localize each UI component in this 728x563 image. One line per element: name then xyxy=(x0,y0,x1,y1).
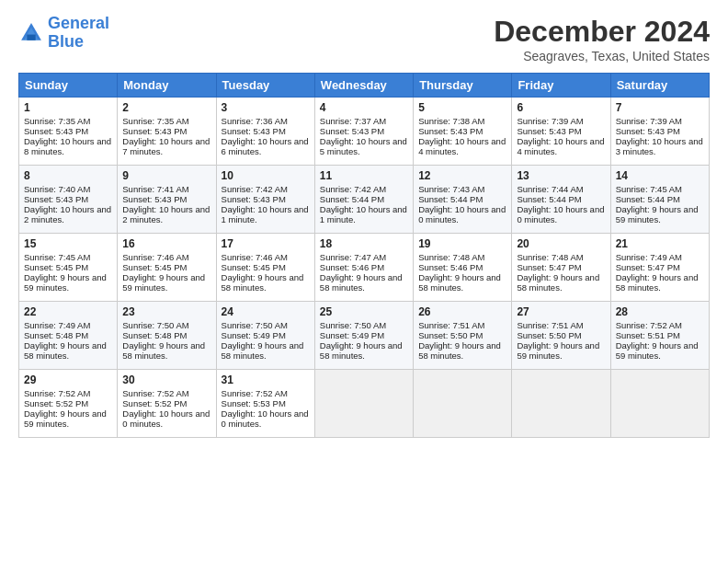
calendar-week-row: 22 Sunrise: 7:49 AM Sunset: 5:48 PM Dayl… xyxy=(19,302,710,370)
daylight-label: Daylight: 9 hours and 59 minutes. xyxy=(616,204,699,224)
day-number: 29 xyxy=(24,373,112,386)
sunrise-text: Sunrise: 7:40 AM xyxy=(24,184,90,194)
sunset-text: Sunset: 5:43 PM xyxy=(24,126,88,136)
sunset-text: Sunset: 5:43 PM xyxy=(517,126,581,136)
logo-line2: Blue xyxy=(48,32,84,51)
sunset-text: Sunset: 5:45 PM xyxy=(122,262,187,272)
table-row: 19 Sunrise: 7:48 AM Sunset: 5:46 PM Dayl… xyxy=(414,234,512,302)
sunrise-text: Sunrise: 7:48 AM xyxy=(418,252,484,262)
daylight-label: Daylight: 10 hours and 5 minutes. xyxy=(320,136,407,156)
day-number: 27 xyxy=(517,305,605,318)
table-row xyxy=(414,370,512,438)
table-row: 2 Sunrise: 7:35 AM Sunset: 5:43 PM Dayli… xyxy=(118,98,216,166)
day-number: 23 xyxy=(122,305,210,318)
sunrise-text: Sunrise: 7:39 AM xyxy=(517,116,583,126)
logo: General Blue xyxy=(18,15,109,52)
daylight-label: Daylight: 9 hours and 59 minutes. xyxy=(24,408,107,429)
day-number: 9 xyxy=(122,169,210,182)
sunrise-text: Sunrise: 7:52 AM xyxy=(24,388,90,398)
table-row: 25 Sunrise: 7:50 AM Sunset: 5:49 PM Dayl… xyxy=(314,302,413,370)
day-number: 16 xyxy=(122,237,210,250)
sunrise-text: Sunrise: 7:43 AM xyxy=(418,184,484,194)
daylight-label: Daylight: 10 hours and 0 minutes. xyxy=(222,408,309,429)
sunset-text: Sunset: 5:46 PM xyxy=(418,262,483,272)
day-number: 18 xyxy=(320,237,408,250)
table-row: 1 Sunrise: 7:35 AM Sunset: 5:43 PM Dayli… xyxy=(19,98,118,166)
calendar-week-row: 8 Sunrise: 7:40 AM Sunset: 5:43 PM Dayli… xyxy=(19,166,710,234)
sunset-text: Sunset: 5:47 PM xyxy=(616,262,680,272)
sunset-text: Sunset: 5:43 PM xyxy=(418,126,483,136)
sunrise-text: Sunrise: 7:50 AM xyxy=(320,320,386,330)
sunrise-text: Sunrise: 7:51 AM xyxy=(517,320,583,330)
daylight-label: Daylight: 10 hours and 0 minutes. xyxy=(418,204,506,224)
table-row xyxy=(314,370,413,438)
header-saturday: Saturday xyxy=(610,74,709,98)
day-number: 15 xyxy=(24,237,112,250)
logo-text: General Blue xyxy=(48,15,109,52)
sunset-text: Sunset: 5:45 PM xyxy=(24,262,88,272)
daylight-label: Daylight: 10 hours and 2 minutes. xyxy=(24,204,111,224)
daylight-label: Daylight: 10 hours and 3 minutes. xyxy=(616,136,703,156)
header-thursday: Thursday xyxy=(414,74,512,98)
table-row: 31 Sunrise: 7:52 AM Sunset: 5:53 PM Dayl… xyxy=(216,370,314,438)
calendar-table: Sunday Monday Tuesday Wednesday Thursday… xyxy=(18,73,710,438)
daylight-label: Daylight: 10 hours and 1 minute. xyxy=(320,204,407,224)
day-number: 11 xyxy=(320,169,408,182)
calendar-week-row: 29 Sunrise: 7:52 AM Sunset: 5:52 PM Dayl… xyxy=(19,370,710,438)
sunrise-text: Sunrise: 7:48 AM xyxy=(517,252,583,262)
daylight-label: Daylight: 10 hours and 4 minutes. xyxy=(418,136,506,156)
day-number: 5 xyxy=(418,101,506,114)
day-number: 21 xyxy=(616,237,704,250)
sunrise-text: Sunrise: 7:38 AM xyxy=(418,116,484,126)
sunrise-text: Sunrise: 7:51 AM xyxy=(418,320,484,330)
table-row: 18 Sunrise: 7:47 AM Sunset: 5:46 PM Dayl… xyxy=(314,234,413,302)
sunset-text: Sunset: 5:46 PM xyxy=(320,262,384,272)
table-row: 8 Sunrise: 7:40 AM Sunset: 5:43 PM Dayli… xyxy=(19,166,118,234)
daylight-label: Daylight: 9 hours and 58 minutes. xyxy=(320,340,403,361)
table-row: 26 Sunrise: 7:51 AM Sunset: 5:50 PM Dayl… xyxy=(414,302,512,370)
daylight-label: Daylight: 9 hours and 58 minutes. xyxy=(320,272,403,293)
day-number: 25 xyxy=(320,305,408,318)
daylight-label: Daylight: 9 hours and 58 minutes. xyxy=(222,272,304,293)
table-row: 10 Sunrise: 7:42 AM Sunset: 5:43 PM Dayl… xyxy=(216,166,314,234)
page: General Blue December 2024 Seagraves, Te… xyxy=(0,0,728,563)
sunrise-text: Sunrise: 7:41 AM xyxy=(122,184,188,194)
day-number: 20 xyxy=(517,237,605,250)
sunrise-text: Sunrise: 7:46 AM xyxy=(122,252,188,262)
table-row: 16 Sunrise: 7:46 AM Sunset: 5:45 PM Dayl… xyxy=(118,234,216,302)
table-row: 11 Sunrise: 7:42 AM Sunset: 5:44 PM Dayl… xyxy=(314,166,413,234)
logo-line1: General xyxy=(48,14,109,32)
sunrise-text: Sunrise: 7:42 AM xyxy=(222,184,288,194)
calendar-week-row: 15 Sunrise: 7:45 AM Sunset: 5:45 PM Dayl… xyxy=(19,234,710,302)
table-row: 21 Sunrise: 7:49 AM Sunset: 5:47 PM Dayl… xyxy=(610,234,709,302)
day-number: 19 xyxy=(418,237,506,250)
daylight-label: Daylight: 10 hours and 8 minutes. xyxy=(24,136,111,156)
svg-rect-2 xyxy=(27,34,35,40)
header-monday: Monday xyxy=(118,74,216,98)
daylight-label: Daylight: 9 hours and 58 minutes. xyxy=(24,340,107,361)
table-row: 14 Sunrise: 7:45 AM Sunset: 5:44 PM Dayl… xyxy=(610,166,709,234)
sunset-text: Sunset: 5:49 PM xyxy=(222,330,286,340)
sunset-text: Sunset: 5:43 PM xyxy=(24,194,88,204)
sunrise-text: Sunrise: 7:37 AM xyxy=(320,116,386,126)
location: Seagraves, Texas, United States xyxy=(494,49,710,63)
day-number: 31 xyxy=(222,373,310,386)
daylight-label: Daylight: 9 hours and 59 minutes. xyxy=(616,340,699,361)
table-row: 13 Sunrise: 7:44 AM Sunset: 5:44 PM Dayl… xyxy=(512,166,610,234)
table-row: 29 Sunrise: 7:52 AM Sunset: 5:52 PM Dayl… xyxy=(19,370,118,438)
sunrise-text: Sunrise: 7:46 AM xyxy=(222,252,288,262)
sunrise-text: Sunrise: 7:35 AM xyxy=(24,116,90,126)
table-row: 30 Sunrise: 7:52 AM Sunset: 5:52 PM Dayl… xyxy=(118,370,216,438)
daylight-label: Daylight: 9 hours and 58 minutes. xyxy=(616,272,699,293)
day-number: 14 xyxy=(616,169,704,182)
sunset-text: Sunset: 5:48 PM xyxy=(24,330,88,340)
sunset-text: Sunset: 5:49 PM xyxy=(320,330,384,340)
header-tuesday: Tuesday xyxy=(216,74,314,98)
sunset-text: Sunset: 5:43 PM xyxy=(222,126,286,136)
daylight-label: Daylight: 10 hours and 7 minutes. xyxy=(122,136,210,156)
daylight-label: Daylight: 10 hours and 1 minute. xyxy=(222,204,309,224)
daylight-label: Daylight: 10 hours and 6 minutes. xyxy=(222,136,309,156)
daylight-label: Daylight: 9 hours and 59 minutes. xyxy=(517,340,599,361)
daylight-label: Daylight: 10 hours and 4 minutes. xyxy=(517,136,604,156)
sunset-text: Sunset: 5:51 PM xyxy=(616,330,680,340)
